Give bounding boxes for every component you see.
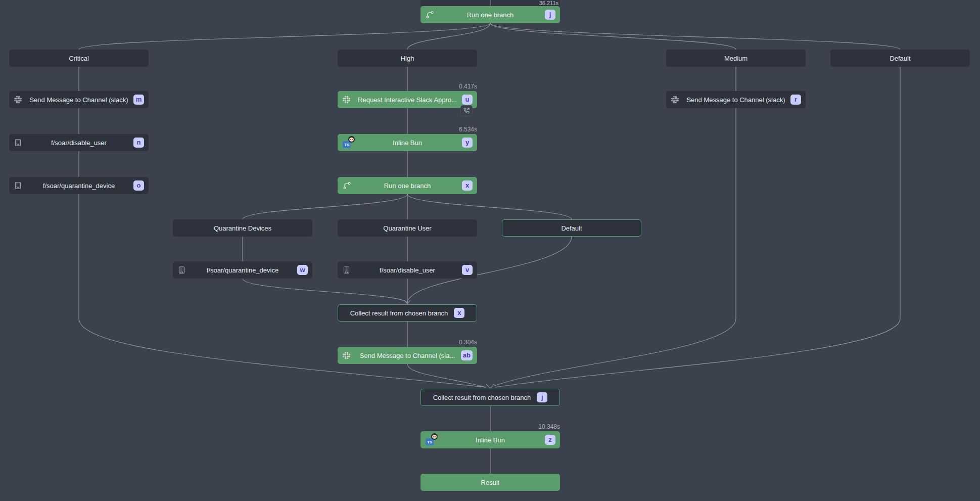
step-id-badge: ab bbox=[461, 350, 473, 360]
flow-node-collect-outer[interactable]: Collect result from chosen branchj bbox=[421, 389, 560, 406]
typescript-bun-icon: TS bbox=[426, 434, 438, 445]
step-id-badge: x bbox=[462, 180, 473, 191]
node-label: Send Message to Channel (sla... bbox=[360, 352, 455, 359]
branch-icon bbox=[343, 181, 351, 190]
slack-icon bbox=[343, 96, 350, 104]
building-icon bbox=[343, 266, 350, 274]
slack-icon bbox=[671, 96, 679, 104]
building-icon bbox=[14, 181, 22, 190]
flow-node-critical-send-message-slack[interactable]: Send Message to Channel (slack)m bbox=[9, 91, 149, 108]
flow-node-high-run-one-branch[interactable]: Run one branchx bbox=[338, 177, 477, 194]
step-id-badge: j bbox=[537, 392, 547, 402]
node-label: Run one branch bbox=[467, 11, 514, 19]
node-label: Critical bbox=[69, 55, 89, 62]
edge-arrowhead bbox=[486, 384, 494, 388]
edge bbox=[407, 194, 572, 219]
node-label: Request Interactive Slack Appro... bbox=[358, 96, 457, 104]
node-label: Run one branch bbox=[384, 182, 431, 190]
flow-node-critical-quarantine-device[interactable]: f/soar/quarantine_deviceo bbox=[9, 177, 149, 194]
step-id-badge: y bbox=[462, 138, 473, 148]
bun-icon bbox=[431, 433, 438, 440]
flow-node-result[interactable]: Result bbox=[421, 474, 560, 491]
node-label: Send Message to Channel (slack) bbox=[29, 96, 128, 104]
flow-node-qu-disable-user[interactable]: f/soar/disable_userv bbox=[338, 261, 477, 279]
node-label: f/soar/quarantine_device bbox=[207, 266, 278, 274]
step-id-badge: z bbox=[545, 435, 555, 445]
step-id-badge: w bbox=[297, 265, 308, 275]
flow-node-high-inline-bun[interactable]: TSInline Buny bbox=[338, 134, 477, 151]
suspend-approval-phone-icon bbox=[460, 105, 473, 116]
edge bbox=[243, 194, 407, 219]
step-id-badge: x bbox=[454, 308, 464, 318]
branch-header-branch-medium[interactable]: Medium bbox=[666, 50, 806, 67]
step-id-badge: u bbox=[462, 95, 473, 105]
building-icon bbox=[14, 139, 22, 147]
edge bbox=[490, 23, 736, 50]
step-id-badge: v bbox=[462, 265, 473, 275]
edge bbox=[79, 23, 490, 50]
node-label: Inline Bun bbox=[393, 139, 422, 147]
node-label: Default bbox=[561, 224, 582, 232]
edge bbox=[407, 364, 485, 387]
flow-node-final-inline-bun[interactable]: TSInline Bunz bbox=[421, 431, 560, 448]
branch-header-subbranch-quarantine-devices[interactable]: Quarantine Devices bbox=[173, 219, 312, 237]
branch-icon bbox=[426, 11, 434, 19]
node-label: f/soar/quarantine_device bbox=[43, 182, 115, 190]
flow-node-qd-quarantine-device[interactable]: f/soar/quarantine_devicew bbox=[173, 261, 312, 279]
flow-node-high-send-message-slack[interactable]: Send Message to Channel (sla...ab bbox=[338, 347, 477, 364]
flow-node-critical-disable-user[interactable]: f/soar/disable_usern bbox=[9, 134, 149, 151]
flow-node-high-request-interactive-approval[interactable]: Request Interactive Slack Appro...u bbox=[338, 91, 477, 108]
branch-header-branch-high[interactable]: High bbox=[338, 50, 477, 67]
node-label: Medium bbox=[724, 55, 748, 62]
node-label: Send Message to Channel (slack) bbox=[686, 96, 785, 104]
node-label: Collect result from chosen branch bbox=[350, 309, 448, 317]
node-label: High bbox=[401, 55, 414, 62]
slack-icon bbox=[343, 352, 350, 359]
step-id-badge: o bbox=[133, 180, 144, 191]
node-label: Quarantine Devices bbox=[214, 224, 271, 232]
step-id-badge: n bbox=[133, 138, 144, 148]
edge bbox=[490, 23, 900, 50]
step-id-badge: m bbox=[133, 95, 144, 105]
flow-node-top-run-one-branch[interactable]: Run one branchj bbox=[421, 6, 560, 23]
flow-node-collect-inner[interactable]: Collect result from chosen branchx bbox=[338, 304, 477, 322]
step-id-badge: j bbox=[545, 10, 555, 20]
building-icon bbox=[178, 266, 185, 274]
edges-layer bbox=[0, 0, 980, 501]
node-label: Default bbox=[890, 55, 910, 62]
node-label: f/soar/disable_user bbox=[380, 266, 435, 274]
node-label: Quarantine User bbox=[383, 224, 431, 232]
node-label: Result bbox=[481, 479, 500, 486]
branch-header-branch-critical[interactable]: Critical bbox=[9, 50, 149, 67]
step-id-badge: r bbox=[790, 95, 801, 105]
branch-header-subbranch-quarantine-user[interactable]: Quarantine User bbox=[338, 219, 477, 237]
branch-header-subbranch-default[interactable]: Default bbox=[502, 219, 641, 237]
node-label: f/soar/disable_user bbox=[51, 139, 107, 147]
node-label: Inline Bun bbox=[476, 436, 505, 444]
typescript-bun-icon: TS bbox=[343, 137, 355, 148]
node-label: Collect result from chosen branch bbox=[433, 394, 531, 401]
slack-icon bbox=[14, 96, 22, 104]
flow-node-medium-send-message-slack[interactable]: Send Message to Channel (slack)r bbox=[666, 91, 806, 108]
flow-graph-canvas[interactable]: 36.211sRun one branchjCriticalHighMedium… bbox=[0, 0, 980, 501]
edge bbox=[493, 108, 736, 386]
branch-header-branch-default[interactable]: Default bbox=[830, 50, 970, 67]
bun-icon bbox=[348, 136, 355, 143]
edge bbox=[243, 279, 407, 303]
